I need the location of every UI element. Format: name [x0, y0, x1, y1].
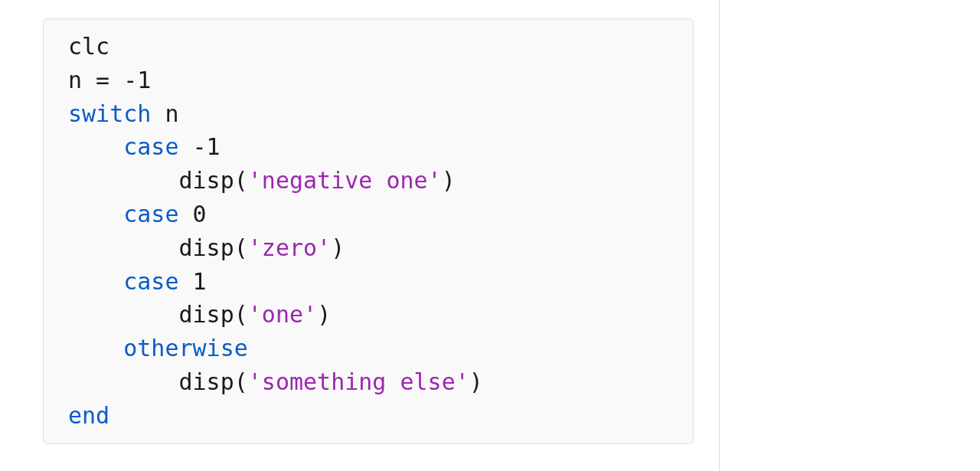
code-text: ) [442, 167, 456, 194]
code-text: ) [317, 301, 331, 328]
code-keyword: case [123, 133, 178, 160]
code-text: 0 [179, 201, 207, 227]
code-text: disp( [179, 167, 248, 194]
code-line-11: disp('something else') [68, 365, 668, 399]
code-line-4: case -1 [68, 130, 668, 164]
code-indent [68, 368, 179, 395]
code-indent [68, 201, 123, 227]
code-text: disp( [179, 368, 248, 395]
code-line-7: disp('zero') [68, 231, 668, 265]
code-text: ) [469, 368, 483, 395]
code-line-12: end [68, 399, 668, 433]
code-text: ) [331, 234, 345, 261]
code-number: -1 [123, 67, 151, 93]
code-keyword: case [123, 201, 178, 227]
code-string: 'zero' [248, 234, 331, 261]
code-text: clc [68, 33, 109, 60]
code-text: disp( [179, 301, 248, 328]
code-keyword: case [123, 268, 178, 295]
code-text: n [151, 100, 178, 127]
code-indent [68, 301, 179, 328]
code-indent [68, 133, 123, 160]
code-indent [68, 234, 179, 261]
code-line-5: disp('negative one') [68, 164, 668, 198]
code-line-8: case 1 [68, 265, 668, 299]
code-text: -1 [179, 133, 220, 160]
code-text: 1 [179, 268, 207, 295]
code-indent [68, 335, 123, 361]
code-line-10: otherwise [68, 332, 668, 365]
code-line-2: n = -1 [68, 64, 668, 97]
code-line-3: switch n [68, 97, 668, 131]
code-string: 'one' [248, 301, 317, 328]
content-area: clc n = -1 switch n case -1 disp('negati… [0, 0, 720, 471]
code-string: 'negative one' [248, 167, 442, 194]
code-line-9: disp('one') [68, 298, 668, 332]
code-block: clc n = -1 switch n case -1 disp('negati… [43, 18, 694, 444]
code-string: 'something else' [248, 368, 469, 395]
code-text: n = [68, 67, 123, 93]
code-keyword: otherwise [123, 335, 248, 361]
code-indent [68, 167, 179, 194]
code-keyword: switch [68, 100, 151, 127]
code-indent [68, 268, 123, 295]
code-keyword: end [68, 402, 109, 429]
code-line-6: case 0 [68, 198, 668, 231]
code-line-1: clc [68, 30, 668, 64]
code-text: disp( [179, 234, 248, 261]
